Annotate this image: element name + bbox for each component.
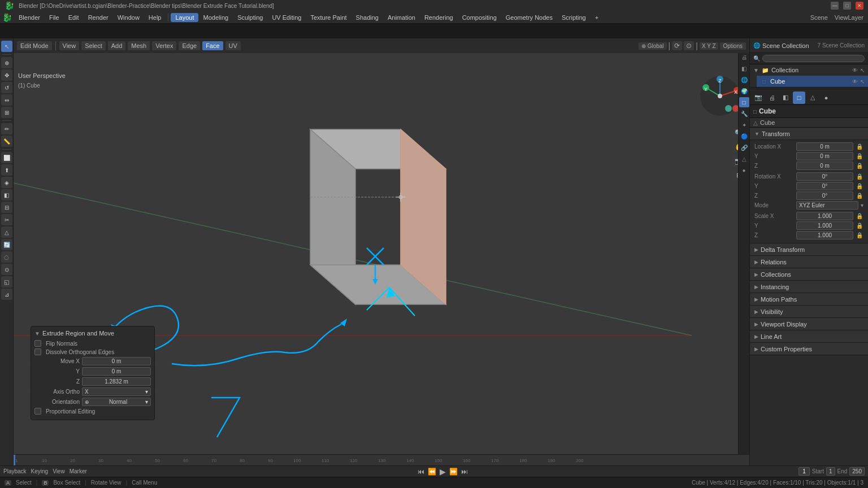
vp-select[interactable]: Select (81, 41, 106, 50)
tab-geometry-nodes[interactable]: Geometry Nodes (501, 13, 557, 22)
viewport-canvas[interactable]: User Perspective (1) Cube X Y Z (14, 53, 749, 465)
marker-menu[interactable]: Marker (70, 468, 87, 474)
jump-start-button[interactable]: ⏮ (418, 468, 424, 476)
vp-uv[interactable]: UV (225, 41, 241, 50)
rpanel-data-icon[interactable]: △ (739, 154, 749, 164)
keying-menu[interactable]: Keying (31, 468, 49, 474)
rpanel-world-icon[interactable]: 🌍 (739, 86, 749, 96)
jump-end-button[interactable]: ⏭ (461, 468, 468, 476)
collection-selectable[interactable]: ↖ (860, 67, 865, 73)
scale-y-field[interactable]: 1.000 (796, 221, 853, 230)
rpanel-constraints-icon[interactable]: 🔗 (739, 142, 749, 152)
menu-edit[interactable]: Edit (64, 13, 84, 22)
menu-render[interactable]: Render (84, 13, 113, 22)
delta-transform-header[interactable]: ▶ Delta Transform (750, 243, 868, 256)
rpanel-particles-icon[interactable]: ✦ (739, 120, 749, 130)
rotation-y-field[interactable]: 0° (796, 182, 853, 190)
transform-section-header[interactable]: ▼ Transform (750, 128, 868, 140)
start-frame-field[interactable]: 1 (826, 467, 835, 476)
toolbar-measure[interactable]: 📏 (1, 136, 12, 147)
prop-object-icon[interactable]: □ (793, 91, 805, 104)
prop-mesh-icon[interactable]: △ (806, 91, 819, 104)
vp-add[interactable]: Add (108, 41, 126, 50)
visibility-header[interactable]: ▶ Visibility (750, 306, 868, 318)
move-y-value[interactable]: 0 m (82, 367, 151, 376)
view-menu[interactable]: View (53, 468, 65, 474)
tab-shading[interactable]: Shading (351, 13, 383, 22)
toolbar-move[interactable]: ✥ (1, 69, 12, 81)
toolbar-add-cube[interactable]: ⬜ (1, 152, 12, 163)
tab-sculpting[interactable]: Sculpting (233, 13, 267, 22)
collection-item[interactable]: ▼ 📁 Collection 👁 ↖ (750, 64, 868, 76)
custom-properties-header[interactable]: ▶ Custom Properties (750, 343, 868, 355)
dissolve-edges-checkbox[interactable] (34, 348, 41, 355)
cube-visibility[interactable]: 👁 (852, 79, 858, 85)
relations-header[interactable]: ▶ Relations (750, 256, 868, 268)
mode-selector[interactable]: Edit Mode (17, 41, 52, 50)
location-x-field[interactable]: 0 m (796, 142, 853, 151)
toolbar-smooth[interactable]: ◌ (1, 251, 12, 263)
rpanel-material-icon[interactable]: ● (739, 165, 749, 175)
gizmo[interactable]: X Y Z (697, 73, 743, 119)
line-art-header[interactable]: ▶ Line Art (750, 330, 868, 343)
vp-vertex[interactable]: Vertex (152, 41, 176, 50)
rotation-y-lock[interactable]: 🔒 (856, 182, 863, 190)
minimize-button[interactable]: — (831, 2, 839, 10)
menu-blender[interactable]: Blender (14, 13, 45, 22)
location-y-lock[interactable]: 🔒 (856, 152, 863, 160)
next-frame-button[interactable]: ⏩ (449, 468, 458, 476)
orientation-dropdown[interactable]: ⊕ Normal ▾ (82, 398, 151, 406)
tab-compositing[interactable]: Compositing (458, 13, 501, 22)
prev-frame-button[interactable]: ⏪ (428, 468, 436, 476)
location-z-lock[interactable]: 🔒 (856, 162, 863, 170)
location-z-field[interactable]: 0 m (796, 162, 853, 170)
play-button[interactable]: ▶ (440, 467, 446, 476)
tab-uv-editing[interactable]: UV Editing (267, 13, 306, 22)
rpanel-scene-icon[interactable]: 🌐 (739, 75, 749, 85)
scale-z-field[interactable]: 1.000 (796, 231, 853, 239)
collections-header[interactable]: ▶ Collections (750, 268, 868, 281)
tab-animation[interactable]: Animation (383, 13, 420, 22)
toolbar-scale[interactable]: ⇔ (1, 94, 12, 106)
rpanel-output-icon[interactable]: 🖨 (739, 52, 749, 62)
rpanel-view-layer-icon[interactable]: ◧ (739, 63, 749, 73)
prop-render-icon[interactable]: 📷 (752, 91, 765, 104)
location-y-field[interactable]: 0 m (796, 152, 853, 160)
vp-edge[interactable]: Edge (179, 41, 200, 50)
rpanel-physics-icon[interactable]: 🔵 (739, 131, 749, 141)
timeline-track[interactable]: 1 10 20 30 40 50 60 70 80 90 100 110 120… (14, 454, 749, 465)
menu-help[interactable]: Help (144, 13, 166, 22)
motion-paths-header[interactable]: ▶ Motion Paths (750, 293, 868, 306)
scale-x-field[interactable]: 1.000 (796, 212, 853, 220)
toolbar-extrude[interactable]: ⬆ (1, 164, 12, 176)
mode-dropdown-arrow[interactable]: ▾ (861, 202, 863, 208)
current-frame-field[interactable]: 1 (798, 467, 810, 476)
proportional-checkbox[interactable] (34, 408, 41, 415)
tab-rendering[interactable]: Rendering (420, 13, 458, 22)
menu-file[interactable]: File (45, 13, 64, 22)
toolbar-knife[interactable]: ✂ (1, 214, 12, 225)
toolbar-rip[interactable]: ⊿ (1, 289, 12, 300)
toolbar-poly-build[interactable]: △ (1, 226, 12, 238)
rotation-x-lock[interactable]: 🔒 (856, 173, 863, 181)
toolbar-annotate[interactable]: ✏ (1, 123, 12, 134)
tab-modeling[interactable]: Modeling (198, 13, 233, 22)
maximize-button[interactable]: □ (843, 2, 851, 10)
close-button[interactable]: ✕ (856, 2, 863, 10)
toolbar-select[interactable]: ↖ (1, 41, 12, 52)
scale-x-lock[interactable]: 🔒 (856, 212, 863, 220)
menu-window[interactable]: Window (113, 13, 144, 22)
rotation-z-field[interactable]: 0° (796, 191, 853, 200)
move-x-value[interactable]: 0 m (82, 357, 151, 365)
rpanel-object-icon[interactable]: □ (739, 97, 749, 107)
vp-view[interactable]: View (59, 41, 80, 50)
scale-z-lock[interactable]: 🔒 (856, 232, 863, 239)
tab-scripting[interactable]: Scripting (557, 13, 591, 22)
tab-texture-paint[interactable]: Texture Paint (306, 13, 351, 22)
end-frame-field[interactable]: 250 (849, 467, 865, 476)
prop-view-icon[interactable]: ◧ (779, 91, 792, 104)
viewport[interactable]: Edit Mode View Select Add Mesh Vertex Ed… (14, 38, 749, 465)
toolbar-loop-cut[interactable]: ⊟ (1, 202, 12, 213)
axis-ortho-dropdown[interactable]: X ▾ (82, 387, 151, 396)
rpanel-modifier-icon[interactable]: 🔧 (739, 108, 749, 119)
